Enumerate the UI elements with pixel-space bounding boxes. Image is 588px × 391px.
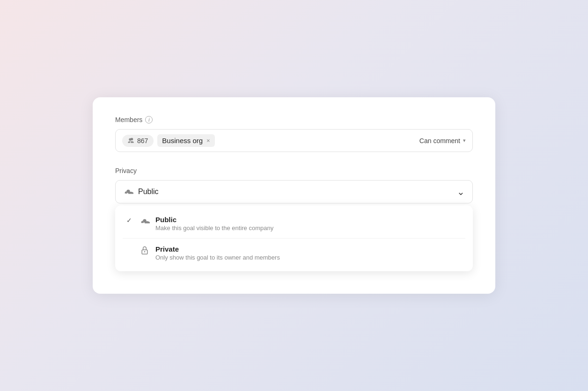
privacy-label-text: Privacy — [115, 167, 137, 174]
privacy-dropdown-trigger[interactable]: Public ⌄ — [115, 180, 473, 203]
privacy-option-public[interactable]: ✓ Public Make this goal visible to the e… — [115, 209, 473, 238]
members-input-row: 867 Business org × Can comment ▾ — [115, 129, 473, 152]
public-checkmark-area: ✓ — [125, 216, 134, 224]
public-option-icon — [140, 216, 150, 226]
privacy-option-private[interactable]: Private Only show this goal to its owner… — [115, 239, 473, 268]
private-checkmark-area — [125, 245, 134, 246]
member-count-pill: 867 — [122, 135, 154, 147]
private-option-desc: Only show this goal to its owner and mem… — [155, 254, 463, 261]
privacy-people-icon — [123, 187, 133, 197]
modal-card: Members i 867 Business org × Can comment… — [93, 97, 495, 294]
org-tag[interactable]: Business org × — [157, 134, 214, 147]
privacy-section-label: Privacy — [115, 167, 473, 174]
permission-chevron-icon: ▾ — [463, 138, 466, 144]
private-option-title: Private — [155, 245, 463, 253]
permission-label: Can comment — [419, 137, 460, 145]
public-option-title: Public — [155, 216, 463, 224]
people-icon — [126, 137, 134, 145]
permission-selector[interactable]: Can comment ▾ — [419, 137, 466, 145]
private-option-content: Private Only show this goal to its owner… — [155, 245, 463, 261]
members-label-text: Members — [115, 116, 142, 123]
privacy-dropdown-panel: ✓ Public Make this goal visible to the e… — [115, 205, 473, 271]
public-option-content: Public Make this goal visible to the ent… — [155, 216, 463, 232]
member-count: 867 — [137, 137, 148, 145]
members-info-icon: i — [145, 116, 153, 123]
public-check-icon: ✓ — [126, 217, 132, 224]
svg-point-1 — [144, 251, 146, 253]
remove-org-button[interactable]: × — [206, 138, 210, 144]
privacy-selected-value: Public — [138, 188, 457, 196]
public-option-desc: Make this goal visible to the entire com… — [155, 224, 463, 232]
members-section-label: Members i — [115, 116, 473, 123]
privacy-chevron-down-icon: ⌄ — [457, 186, 465, 197]
privacy-section: Privacy Public ⌄ ✓ Publ — [115, 167, 473, 271]
org-name: Business org — [162, 137, 203, 145]
private-option-icon — [140, 245, 150, 255]
